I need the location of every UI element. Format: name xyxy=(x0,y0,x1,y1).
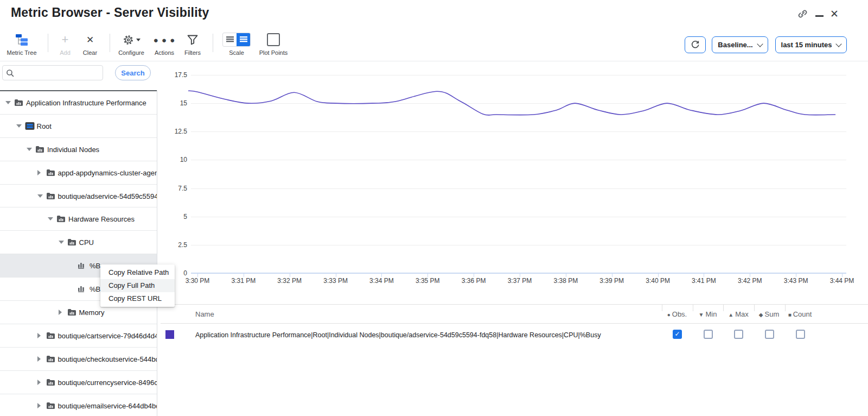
circle-icon: ● xyxy=(667,312,671,318)
chevron-expanded-icon[interactable] xyxy=(59,241,64,244)
checkbox-sum[interactable] xyxy=(765,330,774,339)
time-range-dropdown[interactable]: last 15 minutes xyxy=(775,36,847,53)
checkbox-max[interactable] xyxy=(734,330,743,339)
tree-item-label: appd-appdynamics-cluster-agent-app xyxy=(58,168,157,177)
caret-down-icon xyxy=(136,39,141,41)
toolbar-divider xyxy=(48,34,48,52)
y-axis-tick-label: 5 xyxy=(162,213,187,220)
chevron-collapsed-icon[interactable] xyxy=(37,403,41,408)
folder-metrics-icon xyxy=(46,402,55,409)
folder-metrics-icon xyxy=(46,379,55,386)
scale-toggle[interactable]: Scale xyxy=(220,31,253,59)
checkbox-min[interactable] xyxy=(704,330,713,339)
configure-button[interactable]: Configure xyxy=(115,31,148,59)
search-button[interactable]: Search xyxy=(115,65,151,80)
context-menu-item-copy-rest-url[interactable]: Copy REST URL xyxy=(100,292,175,305)
folder-metrics-icon xyxy=(35,146,44,153)
checkbox-count[interactable] xyxy=(796,330,805,339)
chevron-collapsed-icon[interactable] xyxy=(59,310,62,315)
chevron-collapsed-icon[interactable] xyxy=(37,333,41,338)
folder-metrics-icon xyxy=(46,332,55,339)
x-axis-tick-label: 3:37 PM xyxy=(502,277,537,285)
tree-item-label: Hardware Resources xyxy=(68,215,135,223)
checkbox-obs[interactable]: ✓ xyxy=(673,330,682,339)
baseline-dropdown[interactable]: Baseline... xyxy=(712,36,768,53)
toolbar-divider xyxy=(110,34,110,52)
chevron-expanded-icon[interactable] xyxy=(37,194,43,198)
tree-item-boutique-emailservice-644db4bdf8-lc[interactable]: boutique/emailservice-644db4bdf8-lc xyxy=(0,394,157,416)
tree-item-label: Application Infrastructure Performance xyxy=(26,98,146,106)
baseline-label: Baseline... xyxy=(718,41,752,49)
refresh-button[interactable] xyxy=(685,36,706,53)
triangle-up-icon: ▲ xyxy=(728,312,733,318)
gridline xyxy=(191,188,846,189)
plot-points-label: Plot Points xyxy=(257,49,290,56)
gridline xyxy=(191,75,846,75)
configure-label: Configure xyxy=(115,49,148,56)
x-axis-tick-label: 3:42 PM xyxy=(732,277,767,285)
link-icon[interactable] xyxy=(797,9,808,21)
tree-item-boutique-adservice-54d59c5594-fdq58[interactable]: boutique/adservice-54d59c5594-fdq58 xyxy=(0,185,157,208)
gridline xyxy=(191,103,846,104)
tree-item-root[interactable]: Root xyxy=(0,115,157,138)
y-axis-tick-label: 17.5 xyxy=(162,71,187,79)
x-axis-tick-label: 3:30 PM xyxy=(180,277,215,285)
scale-toggle-icon[interactable] xyxy=(222,33,251,47)
x-axis-tick-label: 3:33 PM xyxy=(318,277,353,285)
close-button[interactable]: ✕ xyxy=(830,9,839,19)
tree-item-cpu[interactable]: CPU xyxy=(0,231,157,254)
chevron-down-icon xyxy=(757,41,763,47)
filters-label: Filters xyxy=(180,49,205,56)
gridline xyxy=(191,217,846,217)
chevron-expanded-icon[interactable] xyxy=(27,148,32,151)
x-axis-tick-label: 3:43 PM xyxy=(778,277,813,285)
actions-button[interactable]: ● ● ● Actions xyxy=(150,31,179,59)
chevron-expanded-icon[interactable] xyxy=(16,124,22,128)
metric-tree: Application Infrastructure PerformanceRo… xyxy=(0,91,157,416)
search-input[interactable] xyxy=(14,68,98,78)
tree-item-boutique-currencyservice-8496cb5c7[interactable]: boutique/currencyservice-8496cb5c7 xyxy=(0,371,157,394)
add-button: + Add xyxy=(52,31,78,59)
gridline xyxy=(191,131,846,132)
metric-tree-button[interactable]: Metric Tree xyxy=(4,31,39,59)
tree-item-label: boutique/cartservice-79d46d4d46-9b xyxy=(58,331,157,339)
filters-button[interactable]: Filters xyxy=(180,31,205,59)
triangle-down-icon: ▼ xyxy=(699,312,704,318)
scale-expanded-button[interactable] xyxy=(237,33,250,46)
tree-item-boutique-checkoutservice-544bdf649[interactable]: boutique/checkoutservice-544bdf649 xyxy=(0,348,157,371)
x-axis-tick-label: 3:34 PM xyxy=(364,277,399,285)
plot-points-toggle[interactable]: Plot Points xyxy=(257,31,290,59)
metric-icon xyxy=(78,285,85,293)
tree-item-appd-appdynamics-cluster-agent-app[interactable]: appd-appdynamics-cluster-agent-app xyxy=(0,161,157,185)
chevron-collapsed-icon[interactable] xyxy=(37,170,41,175)
x-axis-tick-label: 3:31 PM xyxy=(226,277,261,285)
table-border xyxy=(161,323,868,324)
root-icon xyxy=(25,122,35,130)
context-menu-item-copy-relative-path[interactable]: Copy Relative Path xyxy=(100,266,175,279)
x-axis-tick-label: 3:32 PM xyxy=(272,277,307,285)
tree-item-label: Root xyxy=(37,122,52,130)
chevron-expanded-icon[interactable] xyxy=(48,217,53,220)
clear-button[interactable]: ✕ Clear xyxy=(78,31,102,59)
search-box[interactable] xyxy=(2,65,103,80)
y-axis-tick-label: 10 xyxy=(162,156,187,163)
chevron-down-icon xyxy=(836,41,842,47)
context-menu-item-copy-full-path[interactable]: Copy Full Path xyxy=(100,279,175,292)
y-axis-tick-label: 2.5 xyxy=(162,241,187,249)
toolbar-divider xyxy=(213,34,213,52)
chevron-expanded-icon[interactable] xyxy=(5,101,11,104)
tree-item-hardware-resources[interactable]: Hardware Resources xyxy=(0,208,157,231)
tree-item-individual-nodes[interactable]: Individual Nodes xyxy=(0,138,157,161)
scale-compact-button[interactable] xyxy=(223,33,237,46)
table-header-name: Name xyxy=(195,310,214,318)
chevron-collapsed-icon[interactable] xyxy=(37,380,41,385)
x-axis-tick-label: 3:41 PM xyxy=(686,277,721,285)
search-icon xyxy=(6,69,14,77)
x-axis-tick-label: 3:36 PM xyxy=(456,277,491,285)
checkbox-icon[interactable] xyxy=(267,33,280,46)
tree-item-boutique-cartservice-79d46d4d46-9b[interactable]: boutique/cartservice-79d46d4d46-9b xyxy=(0,324,157,348)
metric-tree-icon xyxy=(4,31,39,48)
tree-item-application-infrastructure-performance[interactable]: Application Infrastructure Performance xyxy=(0,91,157,115)
minimize-button[interactable] xyxy=(815,15,824,17)
chevron-collapsed-icon[interactable] xyxy=(37,356,41,362)
